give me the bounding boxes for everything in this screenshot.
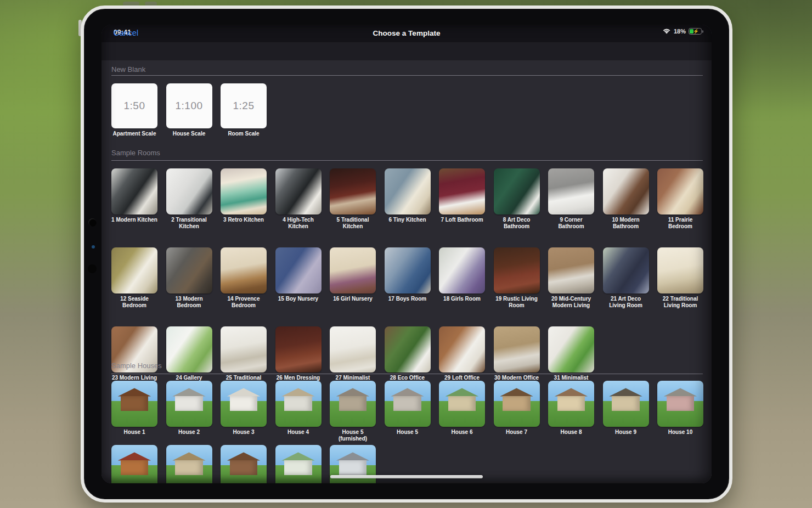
room-template-item[interactable]: 27 Minimalist Dressing Room <box>330 326 376 387</box>
house-thumbnail[interactable] <box>330 381 376 427</box>
room-template-item[interactable]: 30 Modern Office <box>494 326 540 387</box>
room-thumbnail[interactable] <box>330 247 376 293</box>
room-template-item[interactable]: 9 Corner Bathroom <box>548 168 594 229</box>
house-template-item[interactable]: House 3 <box>221 381 267 442</box>
room-template-item[interactable]: 13 Modern Bedroom <box>166 247 212 308</box>
house-thumbnail[interactable] <box>166 381 212 427</box>
room-thumbnail[interactable] <box>657 168 703 215</box>
room-template-item[interactable]: 7 Loft Bathroom <box>439 168 485 229</box>
house-thumbnail[interactable] <box>439 381 485 427</box>
house-roof-shape <box>172 452 205 460</box>
room-thumbnail[interactable] <box>111 247 157 293</box>
blank-template-item[interactable]: 1:100 House Scale <box>166 83 212 137</box>
room-template-item[interactable]: 18 Girls Room <box>439 247 485 308</box>
room-thumbnail[interactable] <box>111 168 157 215</box>
house-template-item[interactable]: House 1 <box>111 381 157 442</box>
room-template-item[interactable]: 19 Rustic Living Room <box>494 247 540 308</box>
house-thumbnail[interactable] <box>657 381 703 427</box>
room-template-item[interactable]: 31 Minimalist Office <box>548 326 594 387</box>
house-template-item[interactable]: House 7 <box>494 381 540 442</box>
scale-card[interactable]: 1:25 <box>221 83 267 128</box>
room-template-item[interactable]: 11 Prairie Bedroom <box>657 168 703 229</box>
house-thumbnail[interactable] <box>221 381 267 427</box>
house-template-item[interactable]: House 2 <box>166 381 212 442</box>
room-thumbnail[interactable] <box>657 247 703 293</box>
room-template-item[interactable]: 1 Modern Kitchen <box>111 168 157 229</box>
house-roof-shape <box>664 388 697 396</box>
room-template-item[interactable]: 5 Traditional Kitchen <box>330 168 376 229</box>
room-thumbnail[interactable] <box>439 168 485 215</box>
room-template-item[interactable]: 21 Art Deco Living Room <box>603 247 649 308</box>
house-thumbnail[interactable] <box>221 445 267 483</box>
house-template-item[interactable]: House 5 (furnished) <box>330 381 376 442</box>
room-template-item[interactable]: 14 Provence Bedroom <box>221 247 267 308</box>
room-thumbnail[interactable] <box>603 168 649 215</box>
home-indicator[interactable] <box>330 475 483 478</box>
room-template-item[interactable]: 2 Transitional Kitchen <box>166 168 212 229</box>
room-template-item[interactable]: 4 High-Tech Kitchen <box>275 168 322 229</box>
scale-card[interactable]: 1:50 <box>111 83 157 128</box>
house-thumbnail[interactable] <box>111 445 157 483</box>
house-thumbnail[interactable] <box>111 381 157 427</box>
house-template-item[interactable]: House 9 <box>603 381 649 442</box>
room-thumbnail[interactable] <box>603 247 649 293</box>
scale-card[interactable]: 1:100 <box>166 83 212 128</box>
room-thumbnail[interactable] <box>166 168 212 215</box>
house-body-shape <box>393 396 421 411</box>
house-template-item[interactable]: House 6 <box>439 381 485 442</box>
room-thumbnail[interactable] <box>166 247 212 293</box>
room-template-item[interactable]: 12 Seaside Bedroom <box>111 247 157 308</box>
room-label: 15 Boy Nursery <box>275 296 322 302</box>
house-thumbnail[interactable] <box>385 381 431 427</box>
house-thumbnail[interactable] <box>275 381 322 427</box>
house-thumbnail[interactable] <box>166 445 212 483</box>
house-template-item[interactable]: House 4 <box>275 381 322 442</box>
room-template-item[interactable]: 15 Boy Nursery <box>275 247 322 308</box>
house-thumbnail[interactable] <box>275 445 322 483</box>
room-label: 21 Art Deco Living Room <box>603 296 649 308</box>
room-template-item[interactable]: 3 Retro Kitchen <box>221 168 267 229</box>
room-template-item[interactable]: 23 Modern Living Room <box>111 326 157 387</box>
room-label: 7 Loft Bathroom <box>439 217 485 223</box>
room-thumbnail[interactable] <box>548 168 594 215</box>
room-template-item[interactable]: 26 Men Dressing Room <box>275 326 322 387</box>
room-label: 17 Boys Room <box>385 296 431 302</box>
house-template-item[interactable] <box>275 445 322 483</box>
house-template-item[interactable] <box>221 445 267 483</box>
room-thumbnail[interactable] <box>221 168 267 215</box>
room-template-item[interactable]: 25 Traditional Dressing Room <box>221 326 267 387</box>
house-template-item[interactable] <box>166 445 212 483</box>
room-template-item[interactable]: 29 Loft Office <box>439 326 485 387</box>
room-thumbnail[interactable] <box>330 168 376 215</box>
room-thumbnail[interactable] <box>548 247 594 293</box>
room-label: 6 Tiny Kitchen <box>385 217 431 223</box>
room-template-item[interactable]: 16 Girl Nursery <box>330 247 376 308</box>
house-template-item[interactable]: House 8 <box>548 381 594 442</box>
house-thumbnail[interactable] <box>494 381 540 427</box>
house-roof-shape <box>446 388 478 396</box>
house-template-item[interactable] <box>111 445 157 483</box>
room-thumbnail[interactable] <box>385 247 431 293</box>
room-template-item[interactable]: 17 Boys Room <box>385 247 431 308</box>
room-thumbnail[interactable] <box>494 247 540 293</box>
blank-template-item[interactable]: 1:50 Apartment Scale <box>111 83 157 137</box>
room-template-item[interactable]: 22 Traditional Living Room <box>657 247 703 308</box>
house-thumbnail[interactable] <box>548 381 594 427</box>
house-body-shape <box>448 396 476 411</box>
room-template-item[interactable]: 10 Modern Bathroom <box>603 168 649 229</box>
room-thumbnail[interactable] <box>221 247 267 293</box>
house-template-item[interactable]: House 5 <box>385 381 431 442</box>
room-thumbnail[interactable] <box>494 168 540 215</box>
house-thumbnail[interactable] <box>603 381 649 427</box>
room-template-item[interactable]: 8 Art Deco Bathroom <box>494 168 540 229</box>
house-template-item[interactable]: House 10 <box>657 381 703 442</box>
room-template-item[interactable]: 28 Eco Office <box>385 326 431 387</box>
room-template-item[interactable]: 24 Gallery <box>166 326 212 387</box>
room-thumbnail[interactable] <box>385 168 431 215</box>
room-thumbnail[interactable] <box>275 247 322 293</box>
room-template-item[interactable]: 20 Mid-Century Modern Living <box>548 247 594 308</box>
room-thumbnail[interactable] <box>275 168 322 215</box>
blank-template-item[interactable]: 1:25 Room Scale <box>221 83 267 137</box>
room-thumbnail[interactable] <box>439 247 485 293</box>
room-template-item[interactable]: 6 Tiny Kitchen <box>385 168 431 229</box>
